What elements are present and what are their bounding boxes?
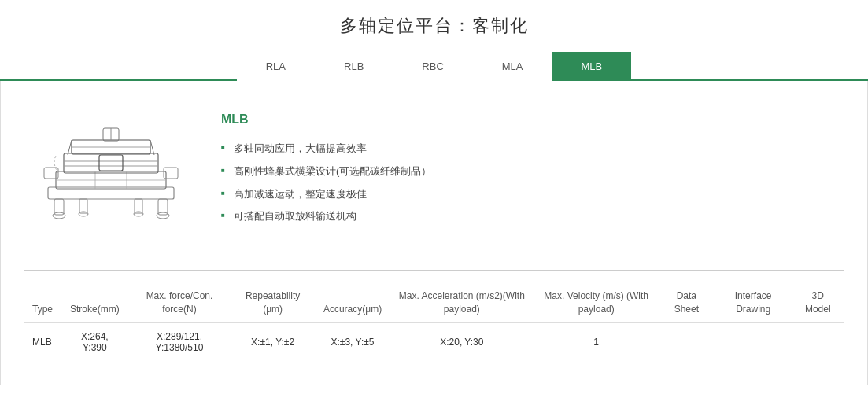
tab-rlb[interactable]: RLB: [315, 52, 393, 81]
col-acceleration: Max. Acceleration (m/s2)(With payload): [390, 283, 534, 322]
table-header-row: Type Stroke(mm) Max. force/Con. force(N)…: [24, 283, 844, 322]
col-datasheet: Data Sheet: [659, 283, 715, 322]
tab-rla[interactable]: RLA: [237, 52, 315, 81]
product-info: MLB 多轴同动应用，大幅提高效率 高刚性蜂巢式横梁设计(可选配碳纤维制品） 高…: [221, 112, 844, 228]
feature-item-2: 高刚性蜂巢式横梁设计(可选配碳纤维制品）: [221, 160, 844, 183]
svg-rect-13: [64, 153, 158, 173]
product-image: [24, 112, 198, 238]
spec-table: Type Stroke(mm) Max. force/Con. force(N)…: [24, 283, 844, 361]
tab-rbc[interactable]: RBC: [393, 52, 472, 81]
svg-point-6: [157, 212, 169, 219]
product-section: MLB 多轴同动应用，大幅提高效率 高刚性蜂巢式横梁设计(可选配碳纤维制品） 高…: [24, 97, 844, 262]
svg-point-7: [79, 212, 88, 216]
col-velocity: Max. Velocity (m/s) (With payload): [534, 283, 659, 322]
svg-rect-3: [79, 199, 87, 213]
col-type: Type: [24, 283, 61, 322]
cell-datasheet: [659, 322, 715, 361]
col-force: Max. force/Con. force(N): [129, 283, 231, 322]
svg-rect-16: [99, 155, 123, 171]
cell-interface: [715, 322, 792, 361]
cell-velocity: 1: [534, 322, 659, 361]
svg-point-8: [134, 212, 143, 216]
cell-3dmodel: [792, 322, 844, 361]
feature-item-3: 高加减速运动，整定速度极佳: [221, 183, 844, 206]
svg-line-19: [68, 140, 72, 155]
feature-item-4: 可搭配自动取放料输送机构: [221, 205, 844, 228]
svg-point-5: [53, 212, 65, 219]
table-row: MLB X:264, Y:390 X:289/121, Y:1380/510 X…: [24, 322, 844, 361]
tab-mla[interactable]: MLA: [473, 52, 552, 81]
col-repeatability: Repeatability (μm): [230, 283, 316, 322]
product-name: MLB: [221, 112, 844, 127]
col-interface: Interface Drawing: [715, 283, 792, 322]
content-panel: MLB 多轴同动应用，大幅提高效率 高刚性蜂巢式横梁设计(可选配碳纤维制品） 高…: [0, 81, 868, 385]
product-svg: [32, 112, 190, 238]
col-3dmodel: 3D Model: [792, 283, 844, 322]
cell-type: MLB: [24, 322, 61, 361]
col-stroke: Stroke(mm): [61, 283, 129, 322]
cell-acceleration: X:20, Y:30: [390, 322, 534, 361]
cell-force: X:289/121, Y:1380/510: [129, 322, 231, 361]
cell-repeatability: X:±1, Y:±2: [230, 322, 316, 361]
tab-mlb[interactable]: MLB: [552, 52, 632, 81]
cell-accuracy: X:±3, Y:±5: [316, 322, 390, 361]
page-title: 多轴定位平台：客制化: [0, 0, 868, 50]
svg-rect-4: [135, 199, 142, 213]
svg-line-20: [150, 140, 154, 155]
section-divider: [24, 270, 844, 271]
col-accuracy: Accuracy(μm): [316, 283, 390, 322]
cell-stroke: X:264, Y:390: [61, 322, 129, 361]
tabs-bar: RLA RLB RBC MLA MLB: [0, 50, 868, 81]
feature-list: 多轴同动应用，大幅提高效率 高刚性蜂巢式横梁设计(可选配碳纤维制品） 高加减速运…: [221, 138, 844, 228]
feature-item-1: 多轴同动应用，大幅提高效率: [221, 138, 844, 160]
